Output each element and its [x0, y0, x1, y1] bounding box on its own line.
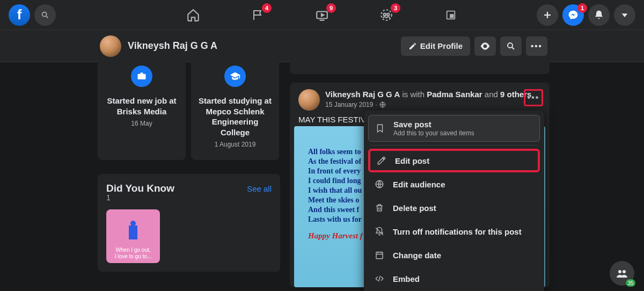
life-event-title: Started new job at Brisks Media: [104, 96, 179, 117]
svg-point-0: [42, 12, 47, 16]
life-event-date: 16 May: [131, 120, 152, 127]
post-author[interactable]: Vikneysh Raj G G A: [325, 90, 400, 99]
account-menu-button[interactable]: [614, 4, 635, 26]
messenger-icon: [568, 10, 579, 20]
graduation-icon: [224, 66, 246, 87]
menu-delete-post[interactable]: Delete post: [368, 196, 540, 220]
menu-change-date[interactable]: Change date: [368, 243, 540, 267]
watch-badge: 9: [326, 3, 336, 13]
calendar-icon: [374, 250, 385, 260]
people-icon: [616, 267, 628, 280]
gaming-tab[interactable]: [440, 4, 462, 26]
messenger-badge: 1: [577, 3, 587, 13]
home-icon: [186, 8, 200, 22]
globe-icon: [374, 179, 385, 189]
menu-embed[interactable]: Embed: [368, 267, 540, 290]
dots-icon: •••: [531, 41, 543, 50]
menu-turn-off-notifications[interactable]: Turn off notifications for this post: [368, 220, 540, 243]
svg-point-7: [384, 13, 386, 15]
tagged-link[interactable]: Padma Sankar: [427, 90, 482, 99]
topnav-right: 1: [537, 4, 635, 26]
life-event-title: Started studying at Mepco Schlenk Engine…: [197, 96, 273, 137]
post-timestamp[interactable]: 15 January 2019 ·: [325, 101, 534, 108]
comment-input-preview[interactable]: [290, 57, 550, 74]
code-icon: [374, 274, 385, 283]
left-column: Started new job at Brisks Media 16 May S…: [98, 62, 280, 287]
fab-badge: 35: [626, 279, 635, 287]
svg-point-25: [618, 270, 621, 273]
content-area: Started new job at Brisks Media 16 May S…: [0, 62, 644, 287]
svg-marker-4: [321, 13, 324, 16]
menu-save-post[interactable]: Save post Add this to your saved items: [368, 115, 540, 142]
profile-more-button[interactable]: •••: [526, 37, 547, 56]
svg-point-13: [508, 43, 513, 48]
home-tab[interactable]: [182, 4, 204, 26]
search-icon: [41, 11, 49, 19]
svg-point-6: [381, 10, 392, 20]
see-all-link[interactable]: See all: [247, 184, 272, 193]
pages-tab[interactable]: 4: [247, 4, 268, 26]
dyk-tile-text: When I go out, I love to go to...: [113, 247, 153, 260]
watch-tab[interactable]: 9: [311, 4, 333, 26]
groups-tab[interactable]: 3: [376, 4, 397, 26]
edit-profile-button[interactable]: Edit Profile: [401, 37, 470, 56]
center-nav-tabs: 4 9 3: [182, 4, 462, 26]
svg-line-21: [379, 276, 380, 282]
dyk-title: Did You Know: [106, 183, 174, 194]
life-event-card[interactable]: Started studying at Mepco Schlenk Engine…: [191, 57, 279, 160]
post-byline: Vikneysh Raj G G A is with Padma Sankar …: [325, 89, 534, 100]
facebook-logo[interactable]: f: [9, 4, 30, 26]
pages-badge: 4: [262, 3, 272, 13]
svg-line-1: [46, 16, 48, 18]
svg-rect-17: [376, 252, 383, 259]
eye-icon: [480, 41, 491, 52]
profile-name: Vikneysh Raj G G A: [128, 40, 217, 52]
edit-profile-label: Edit Profile: [420, 41, 463, 50]
post-actions-button[interactable]: •••: [524, 89, 543, 106]
svg-line-14: [512, 47, 514, 49]
menu-edit-audience[interactable]: Edit audience: [368, 172, 540, 196]
post-actions-menu: Save post Add this to your saved items E…: [364, 111, 544, 291]
top-nav: f 4 9 3 1: [0, 0, 644, 30]
plus-icon: [543, 10, 552, 20]
life-events-row: Started new job at Brisks Media 16 May S…: [98, 57, 280, 160]
caret-down-icon: [620, 11, 629, 19]
bookmark-icon: [374, 123, 386, 133]
dyk-count: 1: [106, 193, 272, 202]
profile-search-button[interactable]: [500, 37, 522, 56]
public-icon: [379, 101, 386, 108]
did-you-know-card: Did You Know See all 1 When I go out, I …: [98, 174, 280, 272]
briefcase-icon: [131, 66, 152, 87]
person-icon: [129, 225, 137, 239]
messenger-button[interactable]: 1: [562, 4, 584, 26]
life-event-card[interactable]: Started new job at Brisks Media 16 May: [98, 57, 186, 160]
svg-marker-12: [622, 13, 628, 17]
svg-point-8: [387, 13, 389, 15]
svg-point-26: [623, 270, 626, 273]
search-icon: [506, 41, 516, 51]
global-search-button[interactable]: [34, 4, 56, 26]
create-button[interactable]: [537, 4, 558, 26]
subheader-actions: Edit Profile •••: [401, 37, 547, 56]
pencil-icon: [408, 42, 417, 50]
notifications-button[interactable]: [588, 4, 610, 26]
trash-icon: [374, 203, 385, 213]
bell-icon: [594, 10, 604, 20]
new-messages-fab[interactable]: 35: [610, 261, 634, 286]
groups-badge: 3: [391, 3, 400, 13]
dyk-tile[interactable]: When I go out, I love to go to...: [106, 209, 160, 263]
bell-off-icon: [374, 227, 385, 236]
gaming-icon: [445, 9, 457, 21]
life-event-date: 1 August 2019: [215, 141, 256, 148]
avatar[interactable]: [298, 89, 320, 111]
view-as-button[interactable]: [474, 37, 496, 56]
avatar[interactable]: [100, 35, 121, 57]
menu-edit-post[interactable]: Edit post: [368, 149, 540, 172]
menu-separator: [370, 145, 538, 146]
pencil-icon: [376, 156, 387, 165]
